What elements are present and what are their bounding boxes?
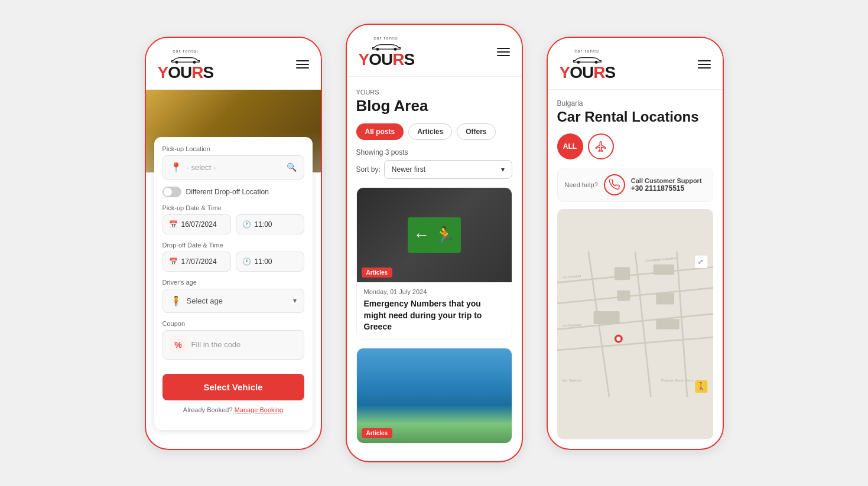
logo-brand-3: YOURS	[560, 64, 616, 81]
phone1-header: car rental YOURS	[146, 38, 321, 90]
phone3-header: car rental YOURS	[548, 38, 723, 90]
card1-badge: Articles	[362, 268, 393, 278]
svg-rect-22	[656, 293, 674, 304]
pickup-select-text: - select -	[187, 163, 282, 172]
phone-number: +30 2111875515	[631, 184, 702, 193]
different-dropoff-toggle[interactable]	[162, 187, 181, 197]
driver-age-select[interactable]: 🧍 Select age ▾	[162, 289, 304, 313]
blog-card-1[interactable]: ← 🏃 Articles Monday, 01 July 2024 Emerge…	[356, 187, 512, 340]
card1-title: Emergency Numbers that you might need du…	[364, 298, 505, 333]
logo-3: car rental YOURS	[560, 48, 616, 81]
exit-sign: ← 🏃	[408, 217, 461, 253]
booking-form-card: Pick-up Location 📍 - select - 🔍 Differen…	[154, 137, 313, 430]
already-booked-text: Already Booked?	[183, 406, 233, 413]
exit-person-icon: 🏃	[434, 226, 455, 245]
sort-row: Sort by: Newer first ▾	[356, 160, 512, 179]
logo-1: car rental YOURS	[158, 48, 214, 81]
map-container[interactable]: гул. Брюксел гул. Брюксел Christopher Co…	[557, 209, 713, 439]
menu-button-3[interactable]	[698, 60, 711, 69]
pickup-location-group: Pick-up Location 📍 - select - 🔍	[162, 145, 304, 180]
pickup-date-input[interactable]: 📅 16/07/2024	[162, 214, 231, 234]
blog-site-label: YOURS	[356, 89, 379, 96]
support-info: Call Customer Support +30 2111875515	[631, 177, 702, 193]
pickup-location-input[interactable]: 📍 - select - 🔍	[162, 155, 304, 180]
filter-airport-button[interactable]	[588, 133, 614, 159]
svg-text:⤢: ⤢	[697, 257, 703, 265]
svg-text:🚶: 🚶	[696, 381, 706, 391]
sort-select-dropdown[interactable]: Newer first ▾	[384, 160, 512, 179]
percent-icon: %	[170, 337, 187, 353]
tag-all-posts[interactable]: All posts	[356, 123, 404, 140]
exit-arrow-icon: ←	[413, 226, 430, 244]
plane-icon	[595, 141, 607, 152]
pickup-time-input[interactable]: 🕐 11:00	[236, 214, 304, 234]
card1-date: Monday, 01 July 2024	[364, 288, 505, 295]
logo-car-text-2: car rental	[373, 35, 399, 41]
call-label: Call Customer Support	[631, 177, 702, 184]
svg-point-26	[616, 337, 620, 341]
blog-card-2[interactable]: Articles	[356, 348, 512, 443]
filter-all-button[interactable]: ALL	[557, 133, 583, 159]
phone-frame-3: car rental YOURS Bulgaria Car Rental Loc…	[547, 37, 724, 450]
locations-content: Bulgaria Car Rental Locations ALL Need h…	[548, 90, 723, 449]
manage-booking-link[interactable]: Manage Booking	[235, 406, 284, 413]
svg-rect-19	[614, 267, 629, 280]
coupon-placeholder-text: Fill in the code	[191, 340, 241, 349]
tag-offers[interactable]: Offers	[457, 123, 495, 140]
logo-2: car rental YOURS	[359, 35, 415, 68]
tags-row: All posts Articles Offers	[356, 123, 512, 140]
dropoff-time-value: 11:00	[255, 257, 272, 266]
menu-button-1[interactable]	[296, 60, 309, 69]
phone2-header: car rental YOURS	[347, 25, 522, 77]
clock-icon-1: 🕐	[242, 220, 251, 229]
select-age-text: Select age	[187, 296, 223, 305]
blog-card-1-image: ← 🏃 Articles	[357, 188, 512, 282]
location-title: Car Rental Locations	[557, 109, 713, 125]
dropoff-date-value: 17/07/2024	[181, 257, 217, 266]
sort-by-label: Sort by:	[356, 165, 381, 174]
svg-rect-23	[593, 311, 619, 324]
coupon-label: Coupon	[162, 320, 304, 327]
tag-articles[interactable]: Articles	[408, 123, 452, 140]
menu-button-2[interactable]	[497, 48, 510, 56]
customer-support-row: Need help? Call Customer Support +30 211…	[557, 168, 713, 202]
phone-circle-icon	[604, 174, 625, 195]
logo-brand-2: YOURS	[359, 51, 415, 68]
phone-icon	[609, 180, 620, 190]
svg-text:Подполк. Васил Злата: Подполк. Васил Злата	[661, 378, 694, 381]
svg-rect-24	[656, 319, 680, 330]
different-dropoff-label: Different Drop-off Location	[186, 188, 269, 196]
location-icon: 📍	[170, 162, 182, 173]
calendar-icon-2: 📅	[169, 257, 178, 266]
coupon-group: Coupon % Fill in the code	[162, 320, 304, 360]
sort-option-text: Newer first	[392, 165, 425, 174]
phone-frame-2: car rental YOURS YOURS Blog Area All pos…	[346, 24, 523, 462]
pickup-time-value: 11:00	[255, 220, 272, 229]
logo-car-text-1: car rental	[173, 48, 198, 54]
select-vehicle-button[interactable]: Select Vehicle	[162, 374, 304, 400]
pickup-date-value: 16/07/2024	[181, 220, 217, 229]
search-icon: 🔍	[287, 162, 297, 172]
map-svg: гул. Брюксел гул. Брюксел Christopher Co…	[557, 209, 713, 439]
pickup-datetime-label: Pick-up Date & Time	[162, 204, 304, 211]
dropoff-date-input[interactable]: 📅 17/07/2024	[162, 252, 231, 272]
dropoff-datetime-label: Drop-off Date & Time	[162, 242, 304, 249]
blog-content: YOURS Blog Area All posts Articles Offer…	[347, 77, 522, 461]
person-icon: 🧍	[170, 295, 182, 306]
dropoff-datetime-group: Drop-off Date & Time 📅 17/07/2024 🕐 11:0…	[162, 242, 304, 272]
logo-brand-1: YOURS	[158, 64, 214, 81]
logo-car-text-3: car rental	[574, 48, 600, 54]
filter-buttons-row: ALL	[557, 133, 713, 159]
card2-badge: Articles	[362, 428, 393, 438]
location-country: Bulgaria	[557, 99, 713, 107]
need-help-text: Need help?	[565, 181, 598, 188]
blog-card-2-image: Articles	[357, 348, 512, 443]
posts-count: Showing 3 posts	[356, 148, 512, 156]
phone-frame-1: car rental YOURS Pick-up Location 📍 - se…	[145, 37, 322, 450]
clock-icon-2: 🕐	[242, 257, 251, 266]
different-dropoff-row: Different Drop-off Location	[162, 187, 304, 197]
coupon-input[interactable]: % Fill in the code	[162, 330, 304, 360]
dropoff-datetime-row: 📅 17/07/2024 🕐 11:00	[162, 252, 304, 272]
dropoff-time-input[interactable]: 🕐 11:00	[236, 252, 304, 272]
already-booked-row: Already Booked? Manage Booking	[162, 406, 304, 422]
